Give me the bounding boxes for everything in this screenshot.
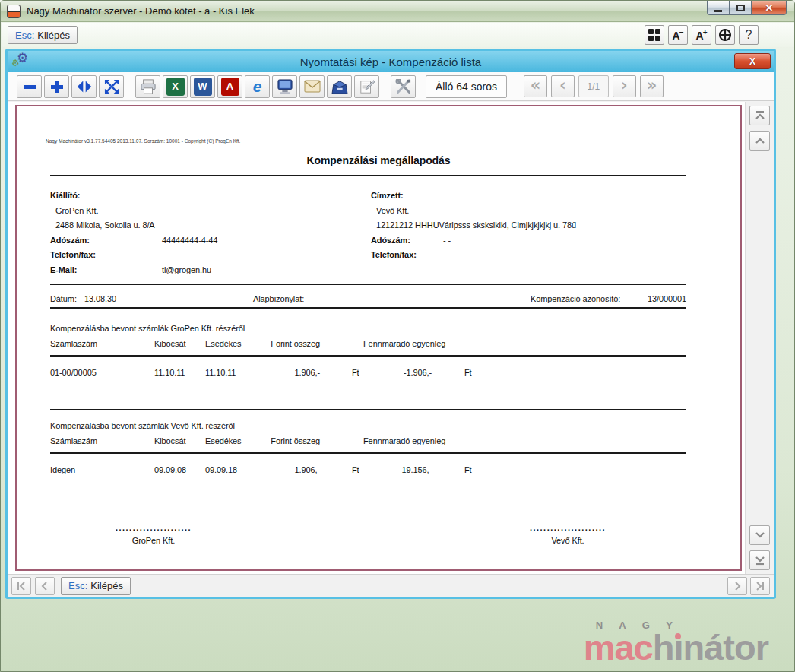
exit-button[interactable]: Esc: Kilépés: [8, 26, 78, 44]
first-record-button[interactable]: [11, 577, 31, 595]
archive-button[interactable]: [327, 75, 352, 98]
export-html-button[interactable]: e: [245, 75, 270, 98]
recipient-address: 12121212 HHHUVáripsss skskslklkl, Cimjkj…: [371, 218, 686, 233]
brand-logo-wordmark: machınátor: [584, 631, 768, 665]
settings-button[interactable]: [391, 75, 416, 98]
first-record-icon: [16, 582, 27, 591]
first-page-icon: «: [531, 78, 541, 94]
preview-bottombar: Esc: Kilépés: [8, 574, 774, 597]
issuer-address: 2488 Mikola, Sokolla u. 8/A: [50, 218, 371, 233]
col-issued: Kibocsát: [154, 436, 185, 445]
page-layout-button[interactable]: Álló 64 soros: [426, 75, 507, 98]
scroll-down-button[interactable]: [749, 525, 770, 545]
col-issued: Kibocsát: [154, 339, 185, 348]
window-controls: ✕: [707, 1, 787, 15]
scroll-up-button[interactable]: [749, 131, 770, 151]
col-due: Esedékes: [205, 339, 242, 348]
excel-icon: X: [166, 78, 185, 96]
gears-icon: ⚙⚙: [12, 52, 32, 71]
screen-view-button[interactable]: [272, 75, 297, 98]
font-increase-button[interactable]: A+: [692, 25, 711, 45]
next-record-button[interactable]: [727, 577, 747, 595]
app-icon: [7, 5, 21, 18]
col-amount: Forint összeg: [244, 339, 320, 348]
monitor-icon: [277, 79, 293, 94]
comp-id-label: Kompenzáció azonosító:: [531, 294, 620, 303]
issuer-label: Kiállító:: [50, 189, 371, 204]
chevron-left-icon: [40, 582, 50, 591]
last-record-button[interactable]: [750, 577, 770, 595]
recipient-phone-label: Telefon/fax:: [371, 248, 443, 263]
base-doc-label: Alapbizonylat:: [253, 294, 304, 303]
tools-icon: [395, 79, 412, 94]
signature-issuer: ...................... GroPen Kft.: [103, 521, 204, 547]
table-row: Idegen 09.09.08 09.09.18 1.906,- Ft -19.…: [50, 465, 686, 477]
print-button[interactable]: [135, 75, 160, 98]
export-excel-button[interactable]: X: [163, 75, 188, 98]
issuer-email: ti@grogen.hu: [162, 263, 211, 278]
chevron-up-icon: [754, 136, 766, 145]
grid-icon: [648, 29, 660, 41]
issuer-tax-label: Adószám:: [50, 233, 162, 249]
close-button[interactable]: ✕: [752, 1, 787, 15]
next-page-icon: ›: [621, 78, 628, 94]
divider: [50, 307, 686, 309]
last-page-button[interactable]: »: [640, 75, 664, 97]
preview-area: Nagy Machinátor v3.1.77.54405 2013.11.07…: [8, 102, 774, 574]
scroll-top-button[interactable]: [749, 106, 770, 125]
grid-button[interactable]: [645, 25, 664, 45]
date-value: 13.08.30: [84, 294, 116, 303]
preview-close-button[interactable]: X: [734, 53, 771, 69]
window-title: Nagy Machinátor szerver - Demó kötet - a…: [27, 5, 255, 17]
envelope-icon: [304, 80, 321, 93]
recipient-tax-label: Adószám:: [371, 233, 443, 249]
preview-exit-button[interactable]: Esc: Kilépés: [61, 577, 131, 595]
help-button[interactable]: ?: [739, 25, 759, 45]
col-balance: Fennmaradó egyenleg: [363, 436, 445, 445]
fit-width-button[interactable]: [71, 75, 97, 98]
issuer-phone-label: Telefon/fax:: [50, 248, 162, 263]
page-indicator: 1/1: [578, 75, 609, 97]
zoom-in-button[interactable]: [44, 75, 69, 98]
close-icon: ✕: [765, 2, 774, 14]
preview-close-icon: X: [749, 56, 755, 67]
divider: [50, 284, 686, 285]
previous-page-icon: ‹: [559, 78, 566, 94]
date-label: Dátum:: [50, 294, 77, 303]
edit-button[interactable]: [354, 75, 379, 98]
help-icon: ?: [746, 28, 752, 42]
parties-block: Kiállító: GroPen Kft. 2488 Mikola, Sokol…: [50, 189, 686, 278]
minimize-button[interactable]: [707, 1, 730, 15]
fit-width-icon: [77, 79, 92, 94]
preview-exit-label: Kilépés: [90, 580, 123, 591]
previous-record-button[interactable]: [35, 577, 55, 595]
export-word-button[interactable]: W: [190, 75, 215, 98]
table-header-row: Számlaszám Kibocsát Esedékes Forint össz…: [50, 339, 686, 351]
scroll-top-icon: [754, 110, 766, 121]
previous-page-button[interactable]: ‹: [551, 75, 575, 97]
center-view-button[interactable]: [715, 25, 735, 45]
next-page-button[interactable]: ›: [613, 75, 636, 97]
exit-label: Kilépés: [37, 30, 70, 41]
fit-page-icon: [104, 79, 119, 94]
font-decrease-button[interactable]: A−: [668, 25, 688, 45]
email-button[interactable]: [299, 75, 325, 98]
recipient-block: Címzett: Vevő Kft. 12121212 HHHUVáripsss…: [371, 189, 686, 278]
maximize-button[interactable]: [730, 1, 752, 15]
preview-exit-key-label: Esc:: [68, 580, 87, 591]
maximize-icon: [736, 5, 745, 11]
print-preview-window: ⚙⚙ Nyomtatási kép - Kompenzáció lista X: [5, 49, 776, 599]
scroll-bottom-icon: [754, 555, 766, 566]
chevron-right-icon: [732, 582, 743, 591]
fit-page-button[interactable]: [99, 75, 124, 98]
first-page-button[interactable]: «: [524, 75, 547, 97]
export-pdf-button[interactable]: A: [217, 75, 242, 98]
recipient-tax: - -: [443, 233, 451, 249]
zoom-out-button[interactable]: [17, 75, 42, 98]
preview-titlebar: ⚙⚙ Nyomtatási kép - Kompenzáció lista X: [8, 51, 774, 72]
scroll-bottom-button[interactable]: [749, 550, 770, 570]
window-titlebar: Nagy Machinátor szerver - Demó kötet - a…: [1, 1, 794, 22]
col-balance: Fennmaradó egyenleg: [363, 339, 445, 348]
preview-toolbar: X W A e: [8, 72, 774, 101]
section-title: Kompenzálásba bevont számlák GroPen Kft.…: [50, 324, 686, 336]
